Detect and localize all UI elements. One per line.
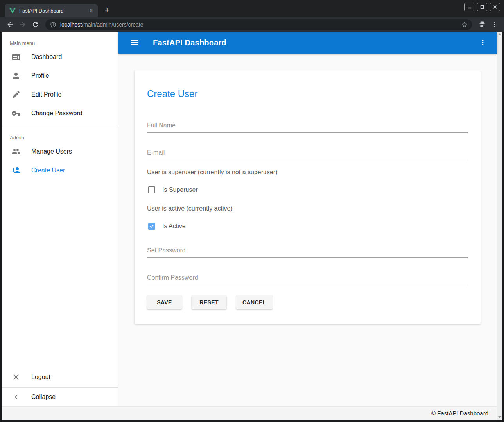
- sidebar-item-label: Create User: [31, 167, 65, 174]
- email-field-wrapper: [147, 149, 468, 160]
- sidebar-section-admin: Admin: [2, 126, 118, 142]
- cancel-button[interactable]: CANCEL: [236, 295, 273, 309]
- is-active-checkbox-row[interactable]: Is Active: [147, 223, 468, 230]
- tab-title: FastAPI Dashboard: [19, 8, 88, 14]
- full-name-input[interactable]: [147, 122, 468, 133]
- page-footer: © FastAPI Dashboard: [2, 406, 497, 420]
- sidebar-item-dashboard[interactable]: Dashboard: [2, 48, 118, 66]
- tab-bar: FastAPI Dashboard × +: [0, 0, 504, 17]
- email-input[interactable]: [147, 149, 468, 160]
- sidebar-item-manage-users[interactable]: Manage Users: [2, 142, 118, 161]
- close-window-button[interactable]: [490, 3, 500, 11]
- pencil-icon: [11, 90, 21, 99]
- chevron-left-icon: [11, 392, 21, 402]
- sidebar-item-logout[interactable]: Logout: [2, 368, 118, 386]
- scrollbar-up-arrow-icon[interactable]: [498, 33, 501, 35]
- appbar-kebab-menu-icon[interactable]: [475, 35, 491, 50]
- url-text: localhost/main/admin/users/create: [60, 21, 461, 28]
- hamburger-menu-icon[interactable]: [127, 35, 143, 50]
- active-hint: User is active (currently active): [147, 205, 468, 212]
- page-scrollbar[interactable]: [497, 32, 502, 420]
- page-viewport: Main menu Dashboard Profile: [0, 32, 504, 422]
- sidebar-item-edit-profile[interactable]: Edit Profile: [2, 85, 118, 104]
- forward-icon[interactable]: [17, 19, 28, 30]
- sidebar-item-collapse[interactable]: Collapse: [2, 388, 118, 406]
- vue-favicon-icon: [9, 8, 16, 14]
- sidebar-item-label: Edit Profile: [31, 91, 61, 98]
- save-button[interactable]: SAVE: [147, 295, 182, 309]
- address-bar[interactable]: localhost/main/admin/users/create: [45, 19, 472, 30]
- tab-close-icon[interactable]: ×: [88, 7, 95, 14]
- key-icon: [11, 109, 21, 118]
- maximize-button[interactable]: [477, 3, 487, 11]
- is-superuser-label: Is Superuser: [162, 186, 198, 193]
- person-icon: [11, 71, 21, 80]
- sidebar-item-label: Dashboard: [31, 54, 62, 61]
- browser-tab[interactable]: FastAPI Dashboard ×: [5, 4, 98, 17]
- confirm-password-field-wrapper: [147, 274, 468, 285]
- window-controls: [464, 3, 500, 11]
- url-host: localhost: [60, 21, 82, 28]
- url-path: /main/admin/users/create: [82, 21, 143, 28]
- new-tab-button[interactable]: +: [102, 5, 113, 16]
- sidebar: Main menu Dashboard Profile: [2, 32, 118, 406]
- back-icon[interactable]: [5, 19, 16, 30]
- page-title: Create User: [147, 88, 468, 100]
- scrollbar-down-arrow-icon[interactable]: [498, 416, 501, 418]
- is-superuser-checkbox[interactable]: [148, 186, 155, 193]
- bookmark-star-icon[interactable]: [461, 21, 468, 28]
- incognito-icon: [477, 19, 488, 30]
- person-add-icon: [11, 166, 21, 175]
- sidebar-item-label: Change Password: [31, 110, 83, 117]
- page-content: Create User User is superuser (currently…: [118, 54, 497, 406]
- create-user-card: Create User User is superuser (currently…: [135, 70, 481, 324]
- is-active-label: Is Active: [162, 223, 186, 230]
- is-active-checkbox[interactable]: [148, 223, 155, 230]
- info-icon[interactable]: [50, 21, 56, 28]
- close-icon: [11, 372, 21, 382]
- sidebar-item-label: Manage Users: [31, 148, 72, 155]
- form-actions: SAVE RESET CANCEL: [147, 295, 468, 309]
- is-superuser-checkbox-row[interactable]: Is Superuser: [147, 186, 468, 193]
- people-icon: [11, 147, 21, 156]
- reload-icon[interactable]: [30, 19, 41, 30]
- sidebar-item-create-user[interactable]: Create User: [2, 161, 118, 180]
- browser-toolbar: localhost/main/admin/users/create: [0, 17, 504, 32]
- dashboard-icon: [11, 52, 21, 62]
- full-name-field-wrapper: [147, 122, 468, 133]
- minimize-button[interactable]: [464, 3, 474, 11]
- app-bar: FastAPI Dashboard: [118, 32, 497, 54]
- browser-menu-kebab-icon[interactable]: [489, 19, 500, 30]
- appbar-title: FastAPI Dashboard: [153, 38, 226, 47]
- reset-button[interactable]: RESET: [192, 295, 226, 309]
- sidebar-item-change-password[interactable]: Change Password: [2, 104, 118, 123]
- sidebar-item-profile[interactable]: Profile: [2, 66, 118, 85]
- browser-window: FastAPI Dashboard × +: [0, 0, 504, 422]
- sidebar-item-label: Profile: [31, 72, 49, 79]
- superuser-hint: User is superuser (currently is not a su…: [147, 169, 468, 176]
- footer-copyright: © FastAPI Dashboard: [431, 410, 488, 417]
- sidebar-item-label: Logout: [31, 374, 50, 381]
- confirm-password-input[interactable]: [147, 274, 468, 285]
- sidebar-section-main-menu: Main menu: [2, 32, 118, 48]
- sidebar-item-label: Collapse: [31, 393, 56, 401]
- set-password-field-wrapper: [147, 247, 468, 258]
- main-area: FastAPI Dashboard Create User: [118, 32, 497, 406]
- set-password-input[interactable]: [147, 247, 468, 258]
